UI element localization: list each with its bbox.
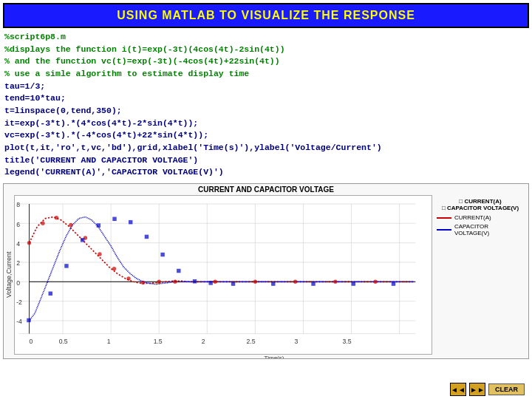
legend-item-current: CURRENT(A)	[437, 214, 524, 221]
ytick-0: 0	[16, 279, 20, 287]
svg-point-20	[55, 216, 58, 219]
svg-point-25	[126, 276, 130, 280]
svg-point-24	[112, 267, 116, 270]
svg-rect-40	[129, 220, 132, 224]
svg-point-23	[98, 252, 101, 256]
code-line-10: plot(t,it,'ro',t,vc,'bd'),grid,xlabel('T…	[4, 142, 528, 154]
xtick-25: 2.5	[246, 338, 255, 345]
code-line-5: tau=1/3;	[4, 81, 528, 93]
svg-point-29	[213, 280, 216, 284]
legend-item-voltage: CAPACITOR VOLTAGE(V)	[437, 223, 524, 236]
ytick-n2: -2	[16, 299, 22, 306]
xtick-35: 3.5	[343, 338, 352, 345]
ytick-n4: -4	[16, 318, 22, 325]
xtick-3: 3	[295, 338, 299, 345]
svg-point-32	[333, 280, 337, 284]
svg-rect-42	[160, 253, 164, 256]
next-button[interactable]: ►►	[469, 383, 485, 396]
legend-area: □ CURRENT(A)□ CAPACITOR VOLTAGE(V) CURRE…	[432, 195, 528, 355]
ytick-2: 2	[16, 259, 20, 267]
svg-rect-45	[208, 281, 212, 284]
svg-point-33	[373, 280, 377, 284]
svg-rect-44	[193, 279, 197, 283]
svg-rect-41	[145, 235, 149, 239]
legend-color-current	[437, 217, 451, 219]
legend-label-voltage: CAPACITOR VOLTAGE(V)	[454, 223, 524, 236]
legend-label-current: CURRENT(A)	[454, 214, 491, 221]
svg-rect-49	[352, 282, 355, 285]
code-line-11: title('CURRENT AND CAPACITOR VOLTAGE')	[4, 154, 528, 167]
code-line-6: tend=10*tau;	[4, 92, 528, 105]
graph-area: CURRENT AND CAPACITOR VOLTAGE Voltage,Cu…	[3, 183, 529, 359]
svg-rect-38	[97, 223, 100, 227]
svg-point-26	[141, 281, 145, 284]
legend-color-voltage	[437, 229, 451, 231]
svg-rect-48	[311, 282, 315, 285]
code-line-12: legend('CURRENT(A)','CAPACITOR VOLTAGE(V…	[4, 166, 528, 179]
code-section: %script6p8.m %displays the function i(t)…	[0, 28, 532, 182]
code-line-1: %script6p8.m	[4, 31, 528, 44]
svg-rect-37	[81, 238, 84, 242]
plot-svg: 8 6 4 2 0 -2 -4 0 0.5 1 1.5 2 2.5 3 3.5	[15, 196, 432, 354]
svg-rect-43	[177, 269, 180, 273]
clear-button[interactable]: CLEAR	[488, 383, 525, 395]
xtick-0: 0	[30, 338, 33, 345]
code-line-3: % and the function vc(t)=exp(-3t)(-4cos(…	[4, 55, 528, 68]
svg-rect-35	[49, 292, 52, 296]
code-line-8: it=exp(-3*t).*(4*cos(4*t)-2*sin(4*t));	[4, 117, 528, 130]
code-line-7: t=linspace(0,tend,350);	[4, 105, 528, 117]
svg-point-27	[157, 280, 161, 284]
svg-point-19	[41, 222, 44, 225]
xtick-2: 2	[202, 338, 205, 345]
svg-point-28	[173, 280, 177, 284]
svg-point-30	[253, 280, 257, 284]
code-line-9: vc=exp(-3*t).*(-4*cos(4*t)+22*sin(4*t));	[4, 129, 528, 142]
prev-button[interactable]: ◄◄	[450, 383, 466, 396]
legend-title: □ CURRENT(A)□ CAPACITOR VOLTAGE(V)	[437, 198, 524, 211]
svg-point-31	[293, 280, 297, 284]
xtick-1: 1	[107, 338, 111, 345]
svg-rect-36	[64, 264, 68, 267]
svg-rect-50	[392, 282, 395, 285]
ytick-6: 6	[16, 221, 20, 228]
ytick-8: 8	[16, 201, 20, 208]
svg-rect-39	[112, 217, 116, 221]
graph-plot: 8 6 4 2 0 -2 -4 0 0.5 1 1.5 2 2.5 3 3.5	[14, 195, 432, 355]
header-banner: USING MATLAB TO VISUALIZE THE RESPONSE	[3, 3, 529, 28]
svg-rect-46	[231, 282, 235, 285]
y-axis-label: Voltage,Current	[4, 195, 14, 355]
svg-point-21	[69, 223, 72, 227]
code-line-2: %displays the function i(t)=exp(-3t)(4co…	[4, 44, 528, 56]
svg-rect-34	[27, 318, 30, 322]
bottom-nav: ◄◄ ►► CLEAR	[450, 383, 525, 396]
svg-rect-47	[271, 282, 275, 285]
xtick-05: 0.5	[59, 338, 68, 345]
svg-point-18	[27, 241, 31, 245]
xtick-15: 1.5	[154, 338, 163, 345]
graph-title: CURRENT AND CAPACITOR VOLTAGE	[4, 184, 528, 195]
code-line-4: % use a simle algorithm to estimate disp…	[4, 68, 528, 81]
ytick-4: 4	[16, 240, 20, 248]
